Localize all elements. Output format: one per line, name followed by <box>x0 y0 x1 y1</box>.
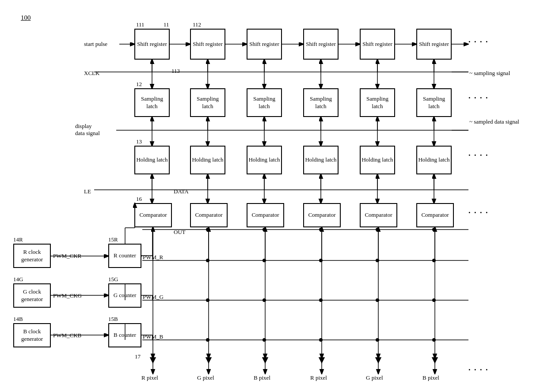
svg-point-69 <box>319 298 323 302</box>
label-sampled-data: ~ sampled data signal <box>469 118 519 125</box>
label-pwm-ckb: PWM_CKB <box>53 332 81 339</box>
svg-point-68 <box>263 298 266 302</box>
label-pwm-ckg: PWM_CKG <box>53 292 82 299</box>
svg-point-66 <box>432 259 436 262</box>
label-15G: 15G <box>108 276 118 283</box>
label-r-pixel-2: R pixel <box>310 374 327 381</box>
label-data: DATA <box>174 188 189 195</box>
label-g-pixel-2: G pixel <box>366 374 383 381</box>
label-le: LE <box>84 188 91 195</box>
label-112: 112 <box>193 21 201 28</box>
label-out: OUT <box>174 229 186 236</box>
sampling-latch-6: Sampling latch <box>416 88 452 117</box>
holding-latch-6: Holding latch <box>416 146 452 174</box>
label-15R: 15R <box>108 236 118 243</box>
dots-hl: · · · · <box>468 151 489 160</box>
comparator-5: Comparator <box>360 203 397 227</box>
label-pwm-ckr: PWM_CKR <box>53 253 81 260</box>
r-counter: R counter <box>108 244 141 268</box>
label-13: 13 <box>136 138 142 145</box>
label-start-pulse: start pulse <box>84 41 107 48</box>
label-xclk: XCLK <box>84 70 99 77</box>
g-clock-generator: G clock generator <box>13 283 51 308</box>
sampling-latch-4: Sampling latch <box>303 88 339 117</box>
svg-point-75 <box>376 338 379 342</box>
label-pwm-g: PWM_G <box>143 294 164 301</box>
ref-100: 100 <box>21 14 31 22</box>
holding-latch-5: Holding latch <box>360 146 395 174</box>
svg-marker-110 <box>319 358 324 363</box>
dots-sr: · · · · <box>468 38 489 47</box>
label-113: 113 <box>171 68 180 75</box>
sampling-latch-5: Sampling latch <box>360 88 395 117</box>
shift-register-4: Shift register <box>303 29 339 60</box>
label-12: 12 <box>136 81 142 88</box>
label-b-pixel-2: B pixel <box>422 374 439 381</box>
svg-marker-111 <box>376 358 381 363</box>
comparator-6: Comparator <box>416 203 454 227</box>
label-g-pixel-1: G pixel <box>197 374 214 381</box>
sampling-latch-1: Sampling latch <box>134 88 170 117</box>
label-11: 11 <box>164 21 169 28</box>
svg-point-56 <box>319 228 323 231</box>
svg-point-62 <box>206 259 209 262</box>
label-r-pixel-1: R pixel <box>141 374 158 381</box>
svg-marker-112 <box>432 358 438 363</box>
b-counter: B counter <box>108 323 141 347</box>
r-clock-generator: R clock generator <box>13 244 51 268</box>
label-14B: 14B <box>13 316 23 323</box>
label-111: 111 <box>136 21 145 28</box>
holding-latch-2: Holding latch <box>190 146 225 174</box>
shift-register-3: Shift register <box>247 29 282 60</box>
comparator-1: Comparator <box>134 203 172 227</box>
svg-point-65 <box>376 259 379 262</box>
svg-point-72 <box>206 338 209 342</box>
label-15B: 15B <box>108 316 118 323</box>
holding-latch-3: Holding latch <box>247 146 282 174</box>
shift-register-1: Shift register <box>134 29 170 60</box>
svg-point-57 <box>376 228 379 231</box>
g-counter: G counter <box>108 283 141 308</box>
svg-point-73 <box>263 338 266 342</box>
shift-register-5: Shift register <box>360 29 395 60</box>
shift-register-6: Shift register <box>416 29 452 60</box>
sampling-latch-3: Sampling latch <box>247 88 282 117</box>
label-16: 16 <box>136 196 142 203</box>
comparator-2: Comparator <box>190 203 228 227</box>
label-14G: 14G <box>13 276 23 283</box>
svg-point-67 <box>206 298 209 302</box>
svg-marker-109 <box>263 358 268 363</box>
svg-point-76 <box>432 338 436 342</box>
svg-point-70 <box>376 298 379 302</box>
sampling-latch-2: Sampling latch <box>190 88 225 117</box>
holding-latch-1: Holding latch <box>134 146 170 174</box>
dots-px: · · · · <box>468 366 489 375</box>
label-pwm-r: PWM_R <box>143 254 163 261</box>
svg-point-64 <box>319 259 323 262</box>
label-sampling-signal: ~ sampling signal <box>469 70 510 77</box>
svg-point-55 <box>263 228 266 231</box>
dots-cp: · · · · <box>468 208 489 218</box>
svg-point-74 <box>319 338 323 342</box>
label-17: 17 <box>135 353 141 360</box>
holding-latch-4: Holding latch <box>303 146 339 174</box>
dots-sl: · · · · <box>468 94 489 103</box>
comparator-3: Comparator <box>247 203 284 227</box>
b-clock-generator: B clock generator <box>13 323 51 347</box>
svg-point-71 <box>432 298 436 302</box>
comparator-4: Comparator <box>303 203 341 227</box>
shift-register-2: Shift register <box>190 29 225 60</box>
label-pwm-b: PWM_B <box>143 333 163 340</box>
label-14R: 14R <box>13 236 23 243</box>
label-display-data: display data signal <box>75 123 100 137</box>
svg-marker-107 <box>150 358 156 363</box>
svg-marker-108 <box>206 358 211 363</box>
diagram: 100 Shift register Shift register Shift … <box>0 0 548 392</box>
svg-point-63 <box>263 259 266 262</box>
label-b-pixel: B pixel <box>254 374 270 381</box>
svg-point-58 <box>432 228 436 231</box>
svg-point-54 <box>206 228 209 231</box>
